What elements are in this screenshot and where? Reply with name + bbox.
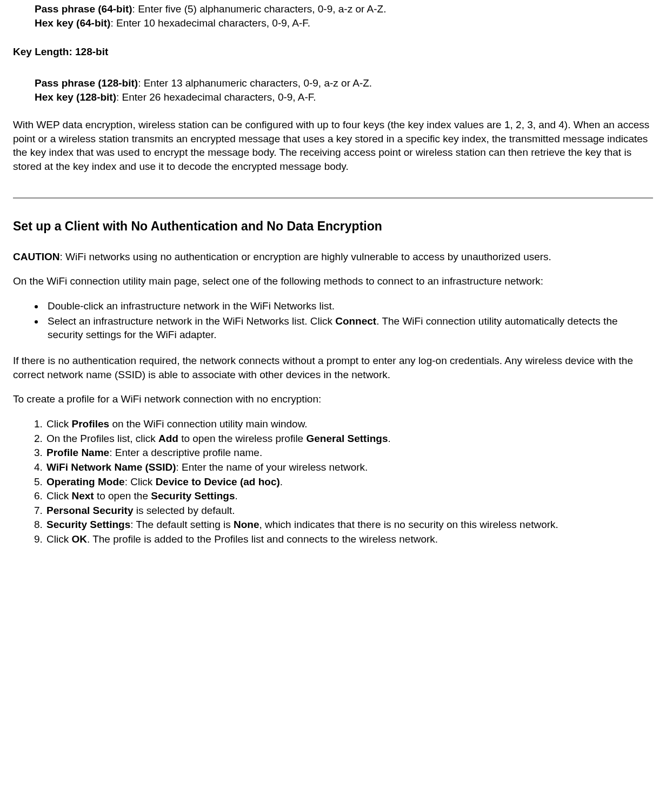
passphrase-128-line: Pass phrase (128-bit): Enter 13 alphanum…: [35, 76, 653, 90]
key-64-block: Pass phrase (64-bit): Enter five (5) alp…: [35, 2, 653, 30]
operating-mode-label: Operating Mode: [46, 476, 125, 487]
create-profile-intro: To create a profile for a WiFi network c…: [13, 392, 653, 406]
none-label: None: [234, 519, 259, 530]
step-1: Click Profiles on the WiFi connection ut…: [45, 417, 653, 431]
methods-intro-paragraph: On the WiFi connection utility main page…: [13, 274, 653, 288]
step-2: On the Profiles list, click Add to open …: [45, 432, 653, 446]
general-settings-label: General Settings: [306, 433, 388, 444]
passphrase-128-label: Pass phrase (128-bit): [35, 77, 138, 89]
hexkey-128-text: : Enter 26 hexadecimal characters, 0-9, …: [116, 91, 316, 103]
adhoc-label: Device to Device (ad hoc): [156, 476, 280, 487]
method-select-text-a: Select an infrastructure network in the …: [48, 315, 335, 327]
connect-label: Connect: [335, 315, 376, 327]
next-label: Next: [71, 490, 94, 501]
step-7: Personal Security is selected by default…: [45, 504, 653, 518]
passphrase-128-text: : Enter 13 alphanumeric characters, 0-9,…: [138, 77, 372, 89]
section-divider: [13, 197, 653, 199]
ssid-label: WiFi Network Name (SSID): [46, 461, 176, 473]
step-9: Click OK. The profile is added to the Pr…: [45, 532, 653, 546]
security-settings-label: Security Settings: [151, 490, 235, 501]
passphrase-64-line: Pass phrase (64-bit): Enter five (5) alp…: [35, 2, 653, 16]
profiles-label: Profiles: [71, 418, 109, 430]
hexkey-128-label: Hex key (128-bit): [35, 91, 116, 103]
ok-label: OK: [71, 533, 87, 545]
passphrase-64-text: : Enter five (5) alphanumeric characters…: [132, 3, 387, 15]
key-length-128-heading: Key Length: 128-bit: [13, 45, 653, 59]
profile-name-label: Profile Name: [46, 447, 109, 458]
step-4: WiFi Network Name (SSID): Enter the name…: [45, 460, 653, 474]
caution-paragraph: CAUTION: WiFi networks using no authenti…: [13, 250, 653, 264]
step-8: Security Settings: The default setting i…: [45, 518, 653, 532]
security-settings-step-label: Security Settings: [46, 519, 130, 530]
hexkey-128-line: Hex key (128-bit): Enter 26 hexadecimal …: [35, 90, 653, 104]
no-auth-heading: Set up a Client with No Authentication a…: [13, 218, 653, 235]
hexkey-64-text: : Enter 10 hexadecimal characters, 0-9, …: [110, 17, 310, 29]
no-auth-explanation-paragraph: If there is no authentication required, …: [13, 354, 653, 381]
hexkey-64-label: Hex key (64-bit): [35, 17, 110, 29]
step-6: Click Next to open the Security Settings…: [45, 489, 653, 503]
caution-text: : WiFi networks using no authentication …: [60, 251, 551, 262]
add-label: Add: [158, 433, 178, 444]
personal-security-label: Personal Security: [46, 505, 134, 516]
step-5: Operating Mode: Click Device to Device (…: [45, 475, 653, 489]
caution-label: CAUTION: [13, 251, 60, 262]
connection-methods-list: Double-click an infrastructure network i…: [13, 299, 653, 342]
create-profile-steps: Click Profiles on the WiFi connection ut…: [13, 417, 653, 546]
step-3: Profile Name: Enter a descriptive profil…: [45, 446, 653, 460]
method-select-connect: Select an infrastructure network in the …: [44, 314, 653, 342]
passphrase-64-label: Pass phrase (64-bit): [35, 3, 132, 15]
method-doubleclick: Double-click an infrastructure network i…: [44, 299, 653, 313]
key-128-block: Pass phrase (128-bit): Enter 13 alphanum…: [35, 76, 653, 104]
hexkey-64-line: Hex key (64-bit): Enter 10 hexadecimal c…: [35, 16, 653, 30]
wep-explanation-paragraph: With WEP data encryption, wireless stati…: [13, 118, 653, 174]
